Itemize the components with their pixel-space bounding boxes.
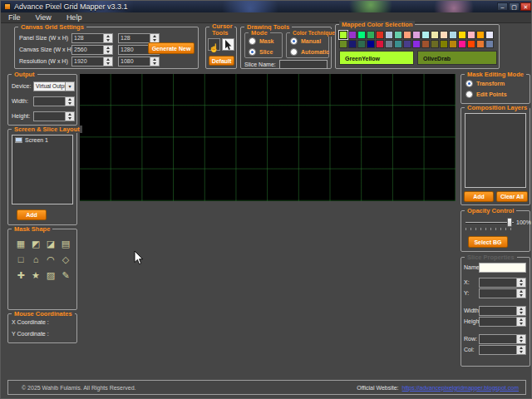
minimize-button[interactable]: – <box>497 2 508 11</box>
spinner-buttons[interactable] <box>517 317 526 327</box>
slice-row-spinner[interactable] <box>479 334 526 344</box>
spinner-buttons[interactable] <box>517 334 526 344</box>
palette-swatch[interactable] <box>376 31 384 39</box>
mask-shape-button[interactable]: ◠ <box>44 253 57 267</box>
spinner-buttons[interactable] <box>66 111 75 121</box>
title-bar[interactable]: Advance Pixel Grid Mapper v3.3.1 – ▢ ✕ <box>1 1 532 12</box>
menu-item[interactable]: View <box>28 12 59 23</box>
menu-item[interactable]: Help <box>59 12 90 23</box>
mask-shape-button[interactable]: ★ <box>29 268 42 283</box>
automatic-color-radio[interactable]: Automatic <box>290 48 329 56</box>
transform-radio[interactable]: Transform <box>466 80 505 87</box>
palette-swatch[interactable] <box>467 40 475 48</box>
slice-x-spinner[interactable] <box>479 278 526 288</box>
palette-swatch[interactable] <box>440 31 448 39</box>
palette-swatch[interactable] <box>449 40 457 48</box>
palette-swatch[interactable] <box>440 40 448 48</box>
add-screen-button[interactable]: Add <box>17 209 47 220</box>
tree-item-screen[interactable]: Screen 1 <box>12 135 72 145</box>
palette-swatch[interactable] <box>485 31 494 39</box>
slice-height-spinner[interactable] <box>479 317 526 327</box>
palette-swatch[interactable] <box>385 31 393 39</box>
generate-new-button[interactable]: Generate New <box>148 42 195 54</box>
screen-tree[interactable]: Screen 1 <box>12 135 73 204</box>
spinner-buttons[interactable] <box>150 57 160 66</box>
manual-color-radio[interactable]: Manual <box>290 37 321 45</box>
resolution-h-spinner[interactable]: 1080 <box>118 57 160 66</box>
mask-shape-button[interactable]: ◩ <box>29 237 42 251</box>
mask-shape-button[interactable]: ◇ <box>59 253 72 267</box>
opacity-slider[interactable] <box>466 218 514 228</box>
palette-swatch[interactable] <box>431 31 439 39</box>
spinner-buttons[interactable] <box>104 45 113 55</box>
slice-col-spinner[interactable] <box>479 345 526 355</box>
palette-swatch[interactable] <box>421 31 430 39</box>
palette-swatch[interactable] <box>376 40 384 48</box>
spinner-buttons[interactable] <box>104 33 113 43</box>
palette-swatch[interactable] <box>458 31 466 39</box>
mask-shape-button[interactable]: ✚ <box>14 268 27 283</box>
maximize-button[interactable]: ▢ <box>509 2 520 11</box>
resolution-w-spinner[interactable]: 1920 <box>71 57 113 66</box>
mask-shape-button[interactable]: ▤ <box>59 237 72 251</box>
hand-tool-button[interactable]: ☝ <box>208 38 220 51</box>
spinner-buttons[interactable] <box>517 345 526 355</box>
clear-all-layers-button[interactable]: Clear All <box>496 191 528 202</box>
slider-thumb[interactable] <box>507 218 512 227</box>
palette-swatch[interactable] <box>394 31 402 39</box>
palette-swatch[interactable] <box>476 31 485 39</box>
slice-name-field[interactable] <box>479 263 526 273</box>
palette-swatch[interactable] <box>367 31 375 39</box>
primary-color-swatch[interactable]: GreenYellow <box>339 51 414 65</box>
canvas-size-w-spinner[interactable]: 2560 <box>71 45 113 55</box>
output-height-spinner[interactable] <box>33 111 75 121</box>
mask-shape-button[interactable]: □ <box>14 253 27 267</box>
palette-swatch[interactable] <box>357 40 366 48</box>
spinner-buttons[interactable] <box>517 306 526 316</box>
secondary-color-swatch[interactable]: OliveDrab <box>417 51 497 65</box>
select-bg-button[interactable]: Select BG <box>468 236 508 248</box>
mask-shape-button[interactable]: ▨ <box>44 268 57 283</box>
mapping-canvas[interactable] <box>80 74 456 201</box>
output-width-spinner[interactable] <box>33 96 75 106</box>
website-link[interactable]: https://advancepixelgridmapper.blogspot.… <box>402 385 519 391</box>
palette-swatch[interactable] <box>421 40 430 48</box>
mask-mode-radio[interactable]: Mask <box>249 37 274 45</box>
edit-points-radio[interactable]: Edit Points <box>466 91 507 98</box>
palette-swatch[interactable] <box>394 40 402 48</box>
palette-swatch[interactable] <box>357 31 366 39</box>
palette-swatch[interactable] <box>412 31 421 39</box>
palette-swatch[interactable] <box>476 40 485 48</box>
palette-swatch[interactable] <box>485 40 494 48</box>
palette-swatch[interactable] <box>367 40 375 48</box>
palette-swatch[interactable] <box>339 40 347 48</box>
mask-shape-button[interactable]: ✎ <box>59 268 72 283</box>
default-cursor-button[interactable]: Default <box>209 56 234 66</box>
spinner-buttons[interactable] <box>517 288 526 298</box>
slice-width-spinner[interactable] <box>479 306 526 316</box>
palette-swatch[interactable] <box>348 31 357 39</box>
palette-swatch[interactable] <box>458 40 466 48</box>
composition-layers-list[interactable] <box>465 113 526 188</box>
add-layer-button[interactable]: Add <box>464 191 494 202</box>
spinner-buttons[interactable] <box>517 278 526 288</box>
close-button[interactable]: ✕ <box>520 2 531 11</box>
device-select[interactable]: Virtual Output▾ <box>33 81 75 91</box>
slice-y-spinner[interactable] <box>479 288 526 298</box>
palette-swatch[interactable] <box>348 40 357 48</box>
mask-shape-button[interactable]: ⌂ <box>29 253 42 267</box>
mask-shape-button[interactable]: ◪ <box>44 237 57 251</box>
slice-name-input[interactable] <box>279 60 328 69</box>
spinner-buttons[interactable] <box>104 57 113 66</box>
dropdown-arrow-icon[interactable]: ▾ <box>66 81 75 91</box>
palette-swatch[interactable] <box>431 40 439 48</box>
panel-size-w-spinner[interactable]: 128 <box>71 33 113 43</box>
arrow-tool-button[interactable] <box>222 38 234 51</box>
menu-item[interactable]: File <box>1 12 28 23</box>
palette-swatch[interactable] <box>385 40 393 48</box>
palette-swatch[interactable] <box>412 40 421 48</box>
spinner-buttons[interactable] <box>66 96 75 106</box>
palette-swatch[interactable] <box>403 31 411 39</box>
palette-swatch[interactable] <box>467 31 475 39</box>
palette-swatch[interactable] <box>339 31 347 39</box>
